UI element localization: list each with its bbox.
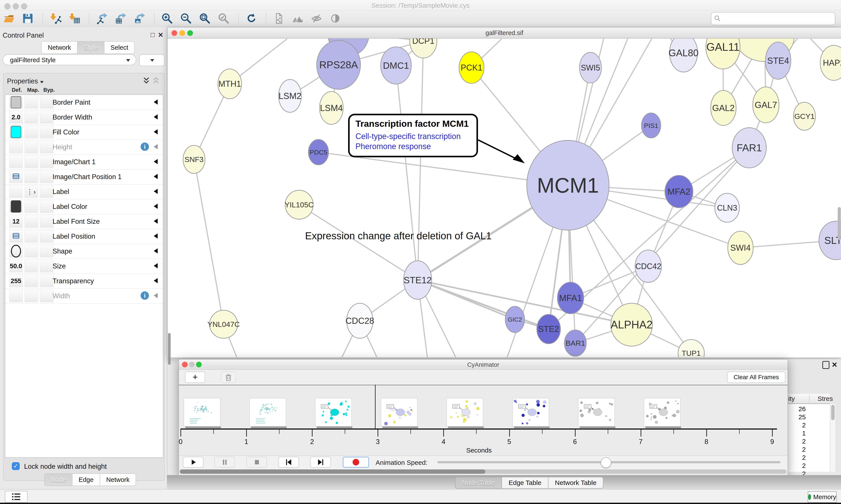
- bypass-cell[interactable]: [40, 260, 53, 272]
- bypass-cell[interactable]: [40, 96, 53, 109]
- property-row-border-width[interactable]: 2.0Border Width: [5, 110, 162, 125]
- float-panel-icon[interactable]: [822, 361, 829, 369]
- skip-to-start-button[interactable]: [279, 457, 299, 468]
- bypass-cell[interactable]: [40, 126, 53, 138]
- default-cell[interactable]: [9, 96, 23, 109]
- network-canvas[interactable]: RPS28ADCP1DMC1PCK1MTH1LSM2LSM4SWI5GAL80G…: [167, 38, 841, 357]
- bypass-cell[interactable]: [40, 111, 53, 124]
- mapping-cell[interactable]: [24, 156, 38, 168]
- play-button[interactable]: [183, 457, 203, 468]
- mapping-cell[interactable]: [24, 200, 38, 213]
- bypass-cell[interactable]: [40, 289, 53, 302]
- column-divider[interactable]: [809, 395, 810, 403]
- bypass-cell[interactable]: [40, 274, 53, 287]
- frame-thumbnail-1[interactable]: [249, 398, 286, 427]
- skip-to-end-button[interactable]: [310, 457, 331, 468]
- cyanimator-horizontal-scrollbar[interactable]: [180, 469, 786, 474]
- collapse-all-icon[interactable]: [152, 76, 160, 84]
- default-cell[interactable]: [9, 126, 23, 138]
- animation-speed-slider[interactable]: [437, 461, 781, 463]
- tab-edge-table[interactable]: Edge Table: [502, 477, 549, 489]
- network-window-titlebar[interactable]: galFiltered.sif: [167, 28, 841, 38]
- property-row-label-font-size[interactable]: 12Label Font Size: [5, 214, 162, 229]
- hide-graphics-icon[interactable]: [310, 13, 322, 24]
- expand-row-arrow-icon[interactable]: [154, 218, 158, 224]
- expand-all-icon[interactable]: [142, 76, 150, 84]
- frame-thumbnail-6[interactable]: [578, 398, 615, 427]
- table-cell-value[interactable]: 2: [788, 462, 806, 469]
- lock-size-checkbox[interactable]: ✓: [12, 462, 20, 470]
- default-cell[interactable]: 255: [9, 274, 23, 287]
- mapping-cell[interactable]: [24, 245, 38, 257]
- mapping-cell[interactable]: [24, 170, 38, 183]
- record-button[interactable]: [343, 457, 369, 468]
- property-row-label-position[interactable]: Label Position: [5, 229, 162, 244]
- property-row-height[interactable]: Heighti: [5, 140, 162, 155]
- mapping-cell[interactable]: ⋮›: [24, 185, 38, 198]
- default-cell[interactable]: [9, 170, 23, 183]
- table-cell-value[interactable]: 2: [788, 446, 806, 453]
- style-options-button[interactable]: [139, 54, 165, 66]
- save-icon[interactable]: [22, 13, 34, 24]
- panel-tab-edge[interactable]: Edge: [72, 473, 100, 486]
- bypass-cell[interactable]: [40, 170, 53, 183]
- network-graph[interactable]: RPS28ADCP1DMC1PCK1MTH1LSM2LSM4SWI5GAL80G…: [167, 38, 841, 357]
- pause-button[interactable]: [214, 457, 235, 468]
- delete-frame-button[interactable]: [221, 372, 236, 383]
- mapping-cell[interactable]: [24, 215, 38, 228]
- bypass-cell[interactable]: [40, 215, 53, 228]
- frame-thumbnail-3[interactable]: [381, 398, 417, 427]
- table-cell-value[interactable]: 2: [788, 454, 806, 461]
- cyanimator-titlebar[interactable]: CyAnimator: [179, 360, 788, 370]
- property-row-image-chart-position-1[interactable]: Image/Chart Position 1: [5, 169, 162, 184]
- info-icon[interactable]: i: [141, 291, 149, 300]
- bypass-cell[interactable]: [40, 200, 53, 213]
- property-row-transparency[interactable]: 255Transparency: [5, 273, 162, 289]
- expand-row-arrow-icon[interactable]: [154, 100, 158, 105]
- close-panel-icon[interactable]: ✕: [831, 361, 838, 369]
- mapping-cell[interactable]: [24, 141, 38, 153]
- show-graphics-icon[interactable]: [329, 13, 341, 24]
- property-row-border-paint[interactable]: Border Paint: [5, 95, 162, 110]
- property-row-label[interactable]: ⋮›Label: [5, 184, 162, 199]
- default-cell[interactable]: 50.0: [9, 260, 23, 272]
- expand-row-arrow-icon[interactable]: [154, 129, 158, 134]
- open-folder-icon[interactable]: [3, 13, 15, 24]
- default-cell[interactable]: 12: [9, 215, 23, 228]
- annotation-link[interactable]: Cell-type-specific transcription: [355, 132, 461, 141]
- network-edge[interactable]: [418, 280, 549, 329]
- tab-node-table[interactable]: Node Table: [455, 477, 502, 489]
- add-frame-button[interactable]: +: [185, 372, 205, 383]
- tab-select[interactable]: Select: [105, 41, 135, 54]
- expand-row-arrow-icon[interactable]: [154, 248, 158, 254]
- zoom-in-icon[interactable]: [161, 13, 173, 24]
- mapping-cell[interactable]: [24, 289, 38, 302]
- panel-tab-network[interactable]: Network: [100, 473, 136, 486]
- birdseye-icon[interactable]: [292, 13, 304, 24]
- expand-row-arrow-icon[interactable]: [154, 263, 158, 268]
- table-cell-value[interactable]: 2: [788, 421, 806, 429]
- frame-thumbnail-4[interactable]: [447, 398, 483, 427]
- annotation-link[interactable]: Pheromone response: [355, 142, 431, 151]
- expand-row-arrow-icon[interactable]: [154, 114, 158, 120]
- default-cell[interactable]: [9, 156, 23, 168]
- frame-thumbnail-2[interactable]: [315, 398, 352, 427]
- property-row-label-color[interactable]: Label Color: [5, 199, 162, 214]
- frame-thumbnail-5[interactable]: [513, 398, 549, 427]
- close-panel-icon[interactable]: ✕: [158, 31, 163, 39]
- stop-button[interactable]: [246, 457, 267, 468]
- panel-tab-node[interactable]: Node: [44, 473, 72, 486]
- task-history-button[interactable]: [5, 491, 28, 503]
- network-edge[interactable]: [396, 66, 418, 280]
- mapping-cell[interactable]: [24, 96, 38, 109]
- expand-row-arrow-icon[interactable]: [154, 189, 158, 194]
- bypass-cell[interactable]: [40, 156, 53, 168]
- zoom-fit-icon[interactable]: [199, 13, 211, 24]
- property-row-fill-color[interactable]: Fill Color: [5, 125, 162, 140]
- clear-all-frames-button[interactable]: Clear All Frames: [727, 372, 785, 383]
- network-edge[interactable]: [194, 159, 223, 324]
- info-icon[interactable]: i: [141, 143, 149, 151]
- frame-thumbnail-0[interactable]: [184, 398, 220, 427]
- mapping-cell[interactable]: [24, 260, 38, 272]
- default-cell[interactable]: [9, 245, 23, 257]
